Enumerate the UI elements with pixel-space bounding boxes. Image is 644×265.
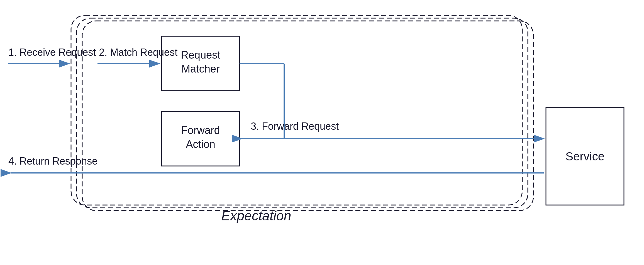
return-response-label: 4. Return Response	[8, 155, 97, 167]
request-matcher-label-line1: Request	[181, 49, 220, 61]
forward-request-label: 3. Forward Request	[251, 121, 339, 132]
service-label: Service	[565, 150, 604, 163]
receive-request-label: 1. Receive Request	[8, 47, 96, 58]
request-matcher-label-line2: Matcher	[181, 63, 220, 75]
forward-action-label-line2: Action	[186, 138, 215, 150]
forward-action-label-line1: Forward	[181, 124, 220, 136]
expectation-box-front	[71, 15, 522, 205]
match-request-label: 2. Match Request	[99, 47, 177, 58]
diagram-container: Expectation Request Matcher Forward Acti…	[0, 0, 644, 265]
expectation-label: Expectation	[221, 208, 291, 223]
